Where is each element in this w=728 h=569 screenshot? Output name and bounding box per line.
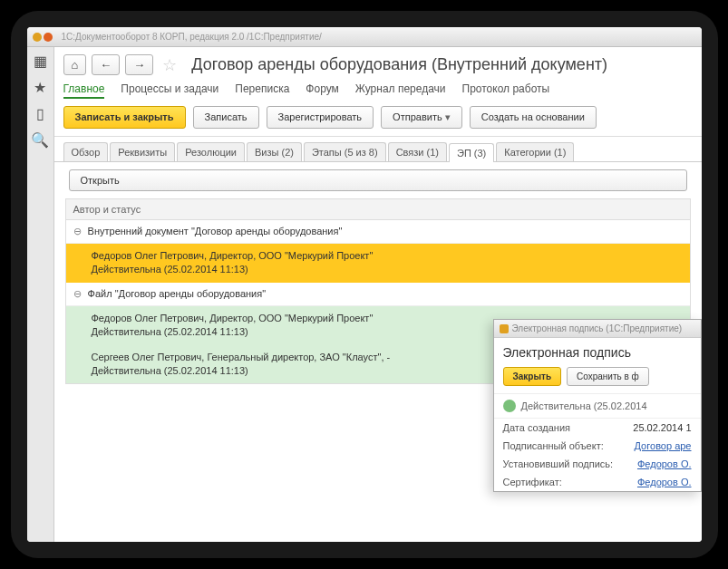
subtab-categories[interactable]: Категории (1): [496, 142, 574, 161]
popup-field: Дата создания 25.02.2014 1: [494, 419, 701, 437]
window-title: 1С:Документооборот 8 КОРП, редакция 2.0 …: [62, 32, 322, 42]
popup-field: Подписанный объект: Договор аре: [494, 437, 701, 455]
subtab-overview[interactable]: Обзор: [63, 142, 109, 161]
tab-forum[interactable]: Форум: [306, 82, 338, 99]
register-button[interactable]: Зарегистрировать: [267, 106, 374, 129]
popup-field: Установивший подпись: Федоров О.: [494, 455, 701, 473]
subtab-resolutions[interactable]: Резолюции: [177, 142, 245, 161]
back-button[interactable]: ←: [92, 54, 120, 75]
tab-work-protocol[interactable]: Протокол работы: [462, 82, 550, 99]
window-dot: [33, 33, 42, 42]
tab-correspondence[interactable]: Переписка: [235, 82, 289, 99]
list-group[interactable]: ⊖ Файл "Договор аренды оборудования": [66, 283, 690, 306]
save-button[interactable]: Записать: [193, 106, 259, 129]
collapse-icon: ⊖: [73, 226, 82, 236]
signature-popup: Электронная подпись (1С:Предприятие) Эле…: [493, 319, 702, 492]
page-icon[interactable]: ▯: [36, 105, 44, 122]
list-group[interactable]: ⊖ Внутренний документ "Договор аренды об…: [66, 220, 690, 244]
send-button[interactable]: Отправить: [381, 106, 462, 129]
tab-transfer-log[interactable]: Журнал передачи: [355, 82, 446, 99]
subtab-ep[interactable]: ЭП (3): [449, 143, 494, 162]
subtab-details[interactable]: Реквизиты: [110, 142, 175, 161]
collapse-icon: ⊖: [73, 288, 82, 299]
subtab-visas[interactable]: Визы (2): [247, 142, 302, 161]
window-titlebar: 1С:Документооборот 8 КОРП, редакция 2.0 …: [27, 27, 702, 47]
open-button[interactable]: Открыть: [69, 169, 687, 191]
tab-processes[interactable]: Процессы и задачи: [121, 82, 218, 99]
search-icon[interactable]: 🔍: [31, 131, 49, 149]
popup-titlebar: Электронная подпись (1С:Предприятие): [494, 320, 701, 338]
home-button[interactable]: ⌂: [63, 54, 87, 75]
popup-status: Действительна (25.02.2014: [494, 393, 701, 419]
grid-icon[interactable]: ▦: [34, 53, 47, 70]
status-ok-icon: [503, 400, 516, 412]
tab-main[interactable]: Главное: [63, 82, 105, 99]
forward-button[interactable]: →: [125, 54, 153, 75]
favorite-star-icon[interactable]: ☆: [162, 55, 177, 75]
popup-field: Сертификат: Федоров О.: [494, 473, 701, 491]
page-title: Договор аренды оборудования (Внутренний …: [191, 55, 607, 74]
popup-save-file-button[interactable]: Сохранить в ф: [567, 367, 649, 386]
popup-close-button[interactable]: Закрыть: [503, 367, 562, 386]
list-item[interactable]: Федоров Олег Петрович, Директор, ООО "Ме…: [66, 244, 690, 283]
popup-heading: Электронная подпись: [494, 338, 701, 363]
popup-signer-link[interactable]: Федоров О.: [637, 458, 692, 469]
subtab-links[interactable]: Связи (1): [388, 142, 447, 161]
left-rail: ▦ ★ ▯ 🔍: [27, 47, 54, 542]
popup-object-link[interactable]: Договор аре: [635, 440, 692, 451]
nav-tabs: Главное Процессы и задачи Переписка Фору…: [54, 79, 702, 99]
list-header: Автор и статус: [65, 198, 691, 220]
subtab-stages[interactable]: Этапы (5 из 8): [304, 142, 386, 161]
popup-icon: [500, 324, 509, 333]
popup-cert-link[interactable]: Федоров О.: [637, 477, 692, 487]
window-dot: [44, 33, 53, 42]
save-close-button[interactable]: Записать и закрыть: [63, 106, 186, 129]
create-based-button[interactable]: Создать на основании: [470, 106, 597, 129]
star-filled-icon[interactable]: ★: [34, 79, 46, 96]
